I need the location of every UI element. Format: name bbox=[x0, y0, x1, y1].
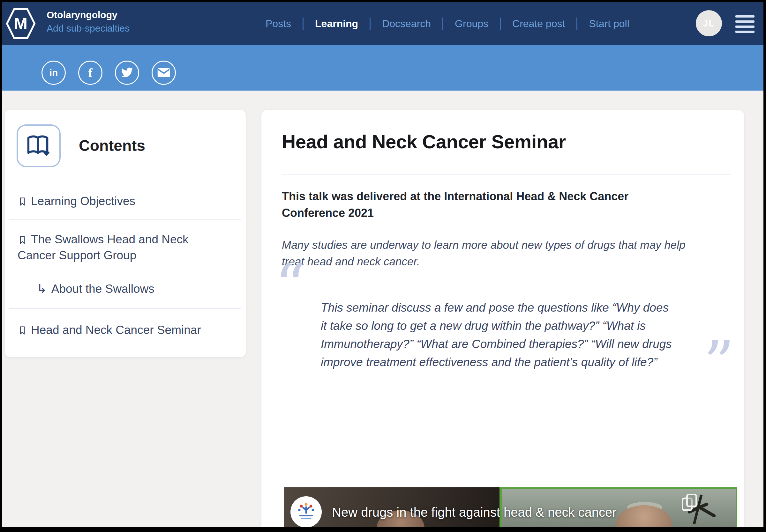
svg-text:M: M bbox=[14, 14, 27, 33]
nav-item-learning[interactable]: Learning bbox=[303, 18, 369, 30]
nav-item-groups[interactable]: Groups bbox=[443, 18, 500, 30]
facebook-share-button[interactable]: f bbox=[78, 61, 102, 85]
copy-icon[interactable] bbox=[682, 494, 700, 514]
specialty-title: Otolaryngology bbox=[47, 10, 130, 20]
sidebar-item-swallows-support-group[interactable]: The Swallows Head and Neck Cancer Suppor… bbox=[18, 232, 203, 263]
divider bbox=[282, 442, 731, 442]
contents-download-button[interactable] bbox=[17, 124, 61, 167]
user-avatar[interactable]: JL bbox=[696, 10, 722, 36]
open-book-icon bbox=[25, 134, 52, 158]
article-intro-bold: This talk was delivered at the Internati… bbox=[282, 188, 684, 221]
twitter-share-button[interactable] bbox=[115, 61, 139, 85]
bookmark-icon bbox=[18, 197, 27, 206]
add-subspecialties-link[interactable]: Add sub-specialties bbox=[47, 24, 130, 33]
email-icon bbox=[157, 68, 170, 78]
divider bbox=[282, 174, 731, 175]
brand-block: Otolaryngology Add sub-specialties bbox=[47, 10, 130, 33]
contents-panel: Contents Learning Objectives The Swallow… bbox=[5, 110, 246, 357]
page-title: Head and Neck Cancer Seminar bbox=[282, 131, 566, 153]
channel-logo-icon bbox=[294, 500, 317, 523]
email-share-button[interactable] bbox=[152, 61, 176, 85]
bookmark-icon bbox=[18, 235, 27, 245]
divider bbox=[9, 308, 241, 309]
close-quote-icon: ” bbox=[703, 333, 734, 394]
facebook-icon: f bbox=[88, 66, 93, 80]
bookmark-icon bbox=[18, 326, 27, 335]
menu-icon[interactable] bbox=[735, 15, 755, 33]
medshr-logo-icon[interactable]: M bbox=[6, 4, 36, 44]
nav-item-docsearch[interactable]: Docsearch bbox=[370, 18, 443, 30]
share-icons: in f bbox=[41, 61, 176, 85]
share-bar: in f bbox=[2, 45, 763, 91]
nav-links: Posts Learning Docsearch Groups Create p… bbox=[254, 2, 641, 45]
page: M Otolaryngology Add sub-specialties Pos… bbox=[2, 2, 763, 527]
article-intro-italic: Many studies are underway to learn more … bbox=[282, 237, 706, 270]
twitter-icon bbox=[121, 67, 133, 78]
divider bbox=[9, 219, 241, 220]
sidebar-item-head-neck-cancer-seminar[interactable]: Head and Neck Cancer Seminar bbox=[18, 322, 201, 338]
channel-avatar[interactable] bbox=[290, 496, 322, 527]
top-navbar: M Otolaryngology Add sub-specialties Pos… bbox=[2, 2, 763, 46]
sidebar-item-learning-objectives[interactable]: Learning Objectives bbox=[18, 193, 135, 209]
article-blockquote: This seminar discuss a few and pose the … bbox=[321, 299, 675, 371]
video-title[interactable]: New drugs in the fight against head & ne… bbox=[332, 505, 617, 520]
linkedin-share-button[interactable]: in bbox=[41, 61, 66, 85]
linkedin-icon: in bbox=[49, 67, 58, 78]
sub-item-arrow-icon: ↳ bbox=[37, 282, 47, 295]
avatar-initials: JL bbox=[703, 18, 715, 29]
contents-title: Contents bbox=[79, 137, 145, 154]
nav-item-posts[interactable]: Posts bbox=[254, 18, 302, 30]
divider bbox=[9, 178, 241, 178]
nav-item-create-post[interactable]: Create post bbox=[501, 18, 576, 30]
nav-item-start-poll[interactable]: Start poll bbox=[577, 18, 641, 30]
video-embed[interactable]: New drugs in the fight against head & ne… bbox=[284, 487, 737, 527]
sidebar-item-about-the-swallows[interactable]: ↳About the Swallows bbox=[37, 281, 154, 297]
article-panel: Head and Neck Cancer Seminar This talk w… bbox=[261, 110, 744, 527]
